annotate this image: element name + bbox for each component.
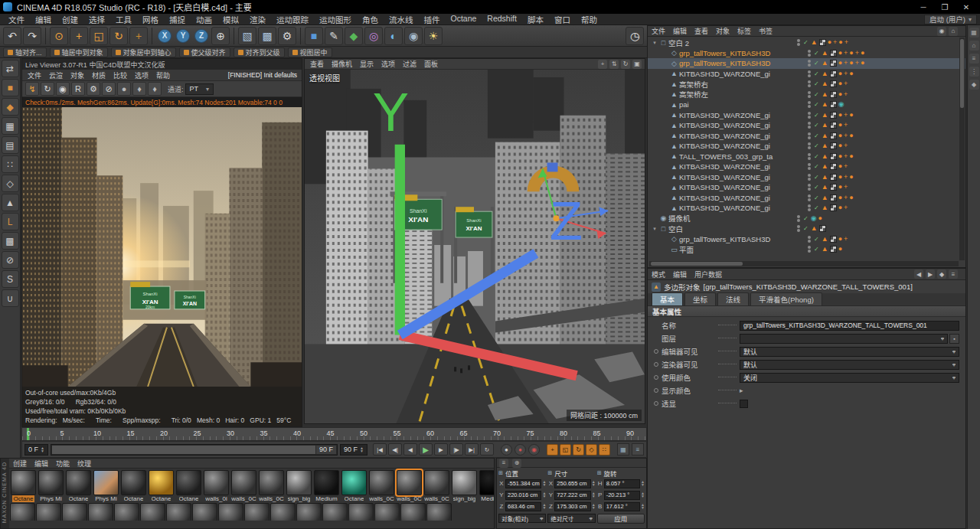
polygon-selection-tag-icon[interactable]: ▲ <box>822 101 828 108</box>
attribute-dropdown[interactable]: ▾ <box>740 334 948 344</box>
texture-tag-icon[interactable] <box>830 50 837 57</box>
menu-item[interactable]: 窗口 <box>549 14 576 25</box>
material-thumb-partial[interactable] <box>88 503 113 521</box>
menu-item[interactable]: 模拟 <box>217 14 244 25</box>
enable-check-icon[interactable]: ✓ <box>814 112 819 119</box>
object-row[interactable]: ◉摄像机✓◉● <box>648 214 965 224</box>
align-button[interactable]: 对齐到父级 <box>234 47 285 57</box>
dolly-icon[interactable]: ⇅ <box>609 60 619 69</box>
coordinate-input[interactable]: 8.057 ° <box>604 479 640 488</box>
octane-tag-icon[interactable]: ● <box>838 142 842 149</box>
editor-visibility-dot[interactable] <box>808 50 811 53</box>
octane-tag-icon[interactable]: ● <box>861 50 864 57</box>
play-button[interactable]: ▶ <box>419 443 433 456</box>
start-frame-field[interactable]: 0 F ▲▼ <box>24 444 48 456</box>
attribute-dropdown[interactable]: 默认▾ <box>740 360 959 370</box>
octane-tag-icon[interactable]: ● <box>849 132 853 139</box>
plus-tag-icon[interactable]: + <box>844 153 848 160</box>
octane-tag-icon[interactable]: ● <box>838 132 842 139</box>
texture-tag-icon[interactable] <box>819 39 826 46</box>
material-thumb-partial[interactable] <box>166 503 191 521</box>
spinner-icon[interactable]: ▲▼ <box>542 504 546 509</box>
editor-visibility-dot[interactable] <box>797 215 800 218</box>
material-item[interactable]: walls_0C <box>368 470 395 502</box>
plus-tag-icon[interactable]: + <box>844 70 848 77</box>
material-thumb-partial[interactable] <box>244 503 270 521</box>
editor-visibility-dot[interactable] <box>808 153 811 156</box>
enable-check-icon[interactable]: ✓ <box>814 70 819 77</box>
editor-visibility-dot[interactable] <box>808 142 811 145</box>
spinner-icon[interactable]: ▲▼ <box>641 504 645 509</box>
material-item[interactable]: Octane <box>175 470 202 502</box>
layout-tab-icon[interactable]: ▦ <box>969 28 979 38</box>
tab-坐标[interactable]: 坐标 <box>684 292 716 305</box>
render-visibility-dot[interactable] <box>808 250 811 253</box>
polygon-selection-tag-icon[interactable]: ▲ <box>822 153 828 160</box>
material-item[interactable]: walls_0C <box>258 470 285 502</box>
visibility-dots[interactable] <box>808 194 811 201</box>
orbit-icon[interactable]: ↻ <box>621 60 630 69</box>
lock-icon[interactable]: ⊘ <box>102 82 116 96</box>
spinner-icon[interactable]: ▲▼ <box>592 481 596 486</box>
keyframe-button[interactable]: ◉ <box>528 444 540 456</box>
editor-visibility-dot[interactable] <box>808 80 811 83</box>
go-to-end-button[interactable]: ▶| <box>465 443 479 456</box>
pick-material-icon[interactable]: ♦ <box>148 82 162 96</box>
enable-check-icon[interactable]: ✓ <box>814 122 819 129</box>
lock-icon[interactable]: ⊘ <box>2 251 19 269</box>
align-button[interactable]: 轴对齐... <box>3 47 47 57</box>
attribute-menu-item[interactable]: 模式 <box>648 269 669 279</box>
spinner-icon[interactable]: ▲▼ <box>41 446 44 452</box>
polygon-selection-tag-icon[interactable]: ▲ <box>822 174 828 181</box>
spinner-icon[interactable]: ▲▼ <box>592 504 596 509</box>
enable-check-icon[interactable]: ✓ <box>814 60 819 67</box>
visibility-dots[interactable] <box>808 142 811 149</box>
scrollbar-thumb[interactable] <box>651 262 743 266</box>
scrollbar-thumb[interactable] <box>960 39 964 108</box>
object-manager-menu-item[interactable]: 书签 <box>755 26 776 36</box>
polygon-selection-tag-icon[interactable]: ▲ <box>822 194 828 201</box>
material-item[interactable]: Phys Mi <box>38 470 64 502</box>
add-light-icon[interactable]: ☀ <box>424 27 443 45</box>
texture-tag-icon[interactable] <box>819 225 826 232</box>
octane-tag-icon[interactable]: ● <box>818 215 822 222</box>
editor-visibility-dot[interactable] <box>808 236 811 239</box>
plus-tag-icon[interactable]: + <box>844 91 848 98</box>
enable-check-icon[interactable]: ✓ <box>814 246 819 253</box>
expand-arrow-icon[interactable]: ▸ <box>740 387 743 394</box>
coordinate-system-icon[interactable]: ⊕ <box>211 27 230 45</box>
home-icon[interactable]: ⌂ <box>949 27 958 36</box>
settings-gear-icon[interactable]: ⚙ <box>87 82 100 96</box>
octane-tag-icon[interactable]: ● <box>861 60 864 67</box>
polygon-selection-tag-icon[interactable]: ▲ <box>822 60 828 67</box>
coordinate-input[interactable]: -551.384 cm <box>505 479 541 488</box>
editor-visibility-dot[interactable] <box>808 122 811 125</box>
texture-mode-icon[interactable]: ▦ <box>2 117 19 135</box>
texture-tag-icon[interactable] <box>830 112 837 119</box>
menu-item[interactable]: 网格 <box>137 14 164 25</box>
object-mode-icon[interactable]: ◆ <box>2 98 19 116</box>
plus-tag-icon[interactable]: + <box>844 80 848 87</box>
visibility-dots[interactable] <box>808 236 811 243</box>
coordinate-input[interactable]: 250.655 cm <box>554 479 590 488</box>
minimize-button[interactable]: ─ <box>913 0 934 14</box>
tab-平滑着色(Phong)[interactable]: 平滑着色(Phong) <box>750 292 822 305</box>
visibility-dots[interactable] <box>808 91 811 98</box>
polygon-selection-tag-icon[interactable]: ▲ <box>822 91 828 98</box>
plus-tag-icon[interactable]: + <box>855 50 859 57</box>
material-thumb-partial[interactable] <box>270 503 296 521</box>
object-row[interactable]: ▲KITBASH3D_WARZONE_gi✓▲●+ <box>648 120 965 131</box>
material-thumb-partial[interactable] <box>192 503 217 521</box>
render-visibility-dot[interactable] <box>797 229 800 232</box>
texture-tag-icon[interactable] <box>830 236 837 243</box>
rotate-tool-icon[interactable]: ↻ <box>109 27 128 45</box>
object-row[interactable]: ▾□空白✓▲ <box>648 224 965 234</box>
key-rotation-toggle[interactable]: ↻ <box>573 444 584 456</box>
editor-visibility-dot[interactable] <box>808 246 811 249</box>
visibility-dots[interactable] <box>808 122 811 129</box>
render-view-icon[interactable]: ▧ <box>238 27 256 45</box>
plus-tag-icon[interactable]: + <box>844 194 848 201</box>
coordinate-input[interactable]: 683.46 cm <box>505 502 541 511</box>
material-item[interactable]: sign_big <box>451 470 478 502</box>
autokey-button[interactable]: ● <box>514 444 526 456</box>
